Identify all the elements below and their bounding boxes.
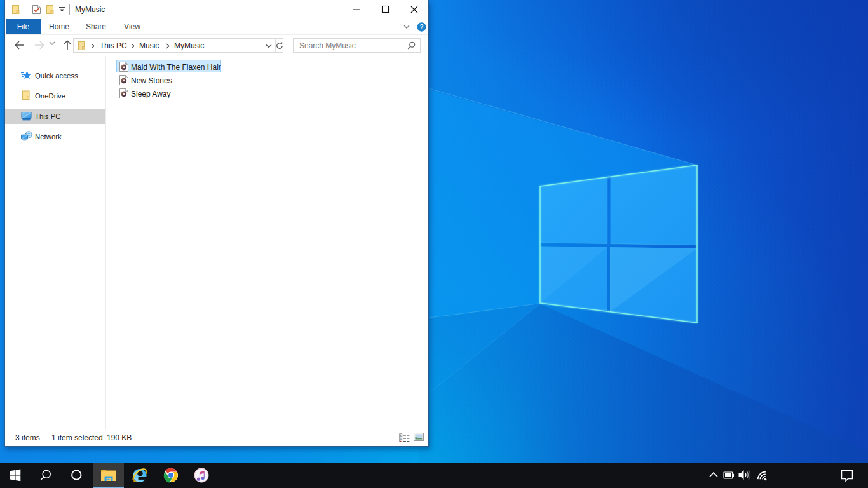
svg-text:?: ?	[419, 24, 423, 30]
